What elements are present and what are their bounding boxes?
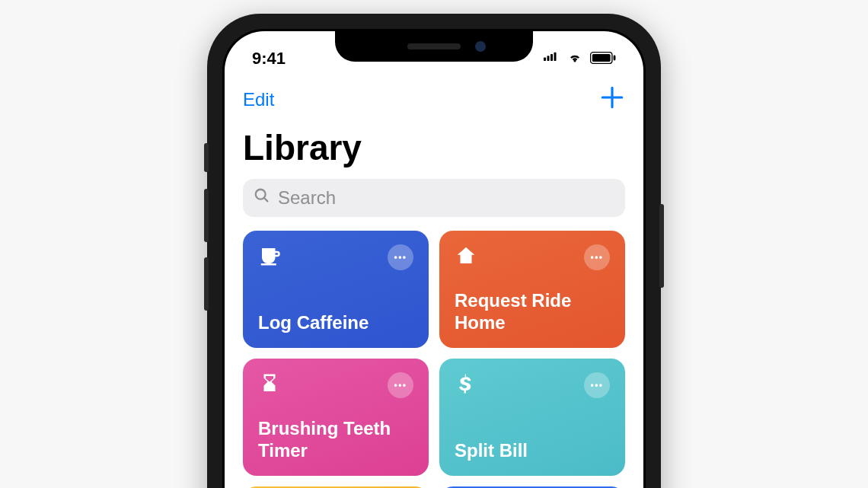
shortcut-label: Split Bill xyxy=(455,440,610,462)
device-frame: 9:41 xyxy=(207,14,661,488)
cellular-icon xyxy=(541,52,560,65)
home-icon xyxy=(455,244,477,267)
cup-icon xyxy=(258,244,281,267)
shortcut-label: Request Ride Home xyxy=(455,290,610,334)
svg-line-10 xyxy=(264,198,268,202)
shortcut-card-split-bill[interactable]: ••• Split Bill xyxy=(439,359,625,476)
svg-rect-1 xyxy=(547,56,550,61)
volume-down-button xyxy=(204,257,209,311)
shortcut-label: Log Caffeine xyxy=(258,312,413,334)
edit-button[interactable]: Edit xyxy=(243,89,274,110)
more-icon[interactable]: ••• xyxy=(584,244,610,270)
svg-rect-2 xyxy=(550,54,553,61)
shortcut-label: Brushing Teeth Timer xyxy=(258,418,413,462)
add-button[interactable] xyxy=(599,85,625,115)
screen: 9:41 xyxy=(225,31,643,488)
volume-up-button xyxy=(204,189,209,242)
power-button xyxy=(659,204,664,288)
shortcut-card-request-ride-home[interactable]: ••• Request Ride Home xyxy=(439,231,625,348)
status-time: 9:41 xyxy=(252,49,286,69)
nav-bar: Edit xyxy=(225,72,643,121)
hourglass-icon xyxy=(258,372,281,395)
svg-rect-0 xyxy=(544,58,546,62)
search-input[interactable]: Search xyxy=(243,179,625,217)
svg-rect-6 xyxy=(614,56,616,61)
search-icon xyxy=(254,187,270,209)
svg-rect-3 xyxy=(554,53,557,61)
svg-rect-5 xyxy=(592,54,611,62)
notch xyxy=(335,31,533,62)
shortcut-card-log-caffeine[interactable]: ••• Log Caffeine xyxy=(243,231,429,348)
more-icon[interactable]: ••• xyxy=(388,244,413,270)
shortcuts-grid: ••• Log Caffeine ••• Request Ride Home xyxy=(225,231,643,488)
search-placeholder: Search xyxy=(278,187,336,209)
shortcut-card-brushing-teeth-timer[interactable]: ••• Brushing Teeth Timer xyxy=(243,359,429,476)
wifi-icon xyxy=(566,52,584,65)
page-title: Library xyxy=(225,121,643,179)
battery-icon xyxy=(590,49,616,69)
dollar-icon xyxy=(455,372,477,395)
more-icon[interactable]: ••• xyxy=(388,372,413,398)
mute-switch xyxy=(204,143,209,172)
more-icon[interactable]: ••• xyxy=(584,372,610,398)
